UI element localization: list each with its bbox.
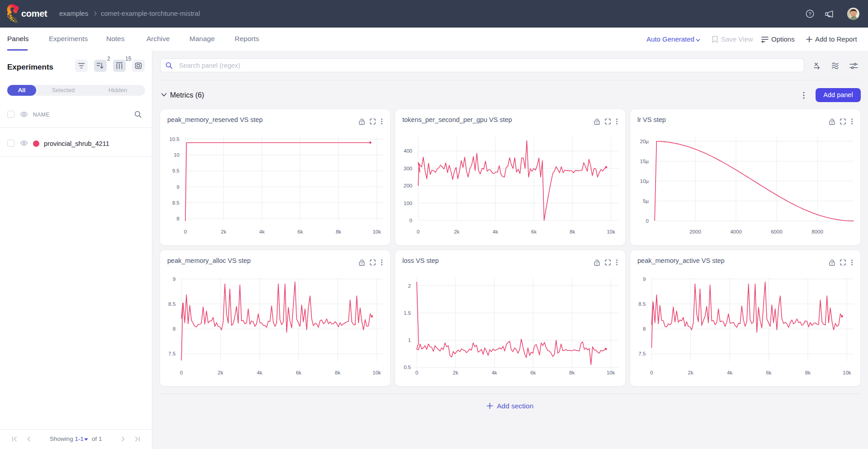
svg-text:0: 0	[646, 218, 649, 224]
svg-text:peak_memory_alloc VS step: peak_memory_alloc VS step	[167, 257, 251, 264]
svg-text:peak_memory_reserved VS step: peak_memory_reserved VS step	[167, 116, 263, 123]
svg-text:2: 2	[408, 283, 410, 289]
svg-text:0: 0	[410, 218, 412, 223]
svg-text:6000: 6000	[771, 229, 783, 234]
svg-text:4000: 4000	[730, 229, 742, 234]
svg-text:6k: 6k	[530, 370, 536, 375]
svg-text:7.5: 7.5	[638, 351, 646, 356]
svg-text:9.5: 9.5	[172, 168, 179, 173]
svg-text:2k: 2k	[221, 229, 226, 234]
svg-text:6k: 6k	[297, 229, 303, 234]
svg-text:4k: 4k	[727, 370, 732, 375]
svg-text:10k: 10k	[607, 370, 615, 375]
svg-text:0: 0	[417, 229, 420, 234]
svg-text:8.5: 8.5	[638, 301, 646, 307]
svg-text:8: 8	[643, 326, 646, 332]
svg-text:8.5: 8.5	[172, 200, 179, 206]
svg-text:0: 0	[180, 370, 183, 375]
svg-text:1.5: 1.5	[404, 310, 411, 316]
svg-text:8: 8	[177, 216, 179, 221]
svg-text:4k: 4k	[493, 229, 498, 234]
svg-text:8.5: 8.5	[168, 301, 175, 307]
svg-text:peak_memory_active VS step: peak_memory_active VS step	[637, 257, 725, 264]
svg-text:300: 300	[404, 166, 412, 171]
svg-text:8k: 8k	[805, 370, 811, 375]
svg-text:10k: 10k	[607, 229, 615, 234]
svg-text:2k: 2k	[218, 370, 223, 375]
svg-text:6k: 6k	[296, 370, 301, 375]
svg-text:10k: 10k	[373, 229, 381, 234]
svg-text:200: 200	[404, 183, 412, 188]
svg-text:9: 9	[173, 276, 175, 282]
svg-text:0: 0	[415, 370, 418, 375]
svg-text:5µ: 5µ	[643, 198, 649, 204]
svg-text:9: 9	[643, 276, 646, 282]
svg-text:100: 100	[404, 201, 412, 206]
svg-text:8k: 8k	[570, 229, 575, 234]
svg-text:tokens_per_second_per_gpu VS s: tokens_per_second_per_gpu VS step	[402, 116, 512, 123]
svg-text:4k: 4k	[259, 229, 264, 234]
svg-text:2k: 2k	[454, 229, 459, 234]
svg-text:2000: 2000	[689, 229, 701, 234]
svg-text:4k: 4k	[491, 370, 497, 375]
svg-text:2k: 2k	[453, 370, 458, 375]
svg-text:6k: 6k	[531, 229, 537, 234]
svg-text:0: 0	[650, 370, 653, 375]
svg-text:8k: 8k	[569, 370, 575, 375]
svg-text:2k: 2k	[688, 370, 693, 375]
svg-text:20µ: 20µ	[640, 139, 649, 144]
svg-text:0: 0	[184, 229, 187, 234]
svg-text:4k: 4k	[257, 370, 262, 375]
svg-text:7.5: 7.5	[168, 351, 175, 356]
svg-text:8k: 8k	[335, 370, 340, 375]
svg-text:loss VS step: loss VS step	[402, 257, 439, 264]
svg-text:10k: 10k	[373, 370, 381, 375]
svg-text:400: 400	[404, 148, 412, 154]
svg-text:10k: 10k	[843, 370, 851, 375]
svg-text:8000: 8000	[811, 229, 823, 234]
svg-text:15µ: 15µ	[640, 159, 649, 164]
svg-text:?: ?	[808, 11, 811, 17]
svg-text:6k: 6k	[766, 370, 771, 375]
svg-text:8: 8	[173, 326, 175, 332]
svg-text:10.5: 10.5	[170, 136, 179, 142]
svg-text:0.5: 0.5	[404, 365, 411, 370]
svg-text:8k: 8k	[336, 229, 341, 234]
svg-text:lr VS step: lr VS step	[637, 116, 666, 123]
svg-text:1: 1	[408, 337, 410, 343]
svg-text:10: 10	[174, 152, 179, 158]
svg-text:9: 9	[177, 184, 179, 190]
svg-text:10µ: 10µ	[640, 178, 649, 184]
